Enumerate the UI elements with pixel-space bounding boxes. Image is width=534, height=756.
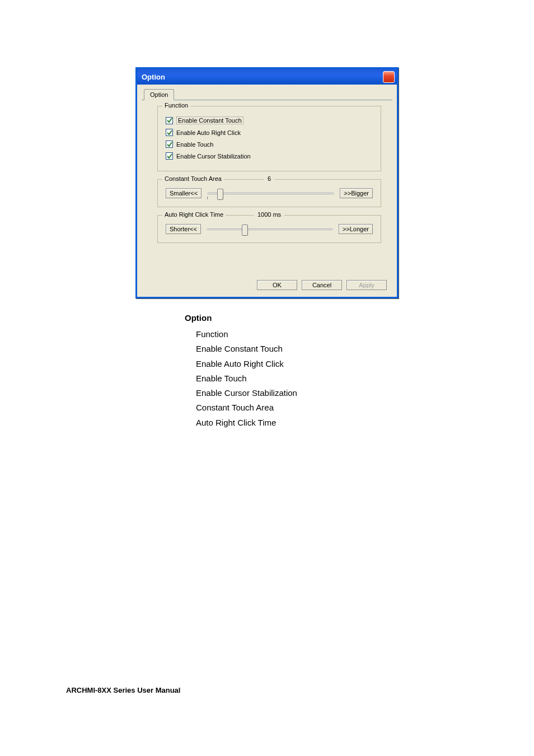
footer-text: ARCHMI-8XX Series User Manual [66, 686, 180, 694]
checkbox-label[interactable]: Enable Constant Touch [176, 116, 243, 124]
checkbox-enable-touch[interactable] [166, 141, 173, 148]
shorter-button[interactable]: Shorter<< [166, 224, 201, 234]
apply-button: Apply [346, 280, 387, 290]
constant-touch-slider[interactable] [207, 188, 334, 199]
function-group: Function Enable Constant Touch Enable Au… [157, 106, 381, 171]
checkbox-row: Enable Touch [166, 141, 373, 148]
close-button[interactable] [383, 71, 395, 83]
doc-heading: Option [185, 313, 500, 323]
auto-right-click-title: Auto Right Click Time [162, 211, 226, 218]
checkbox-label[interactable]: Enable Auto Right Click [176, 129, 241, 136]
dialog-body: Option Function Enable Constant Touch En… [137, 85, 397, 297]
checkbox-row: Enable Cursor Stabilization [166, 152, 373, 160]
slider-tick [207, 197, 208, 199]
doc-line: Enable Constant Touch [196, 342, 500, 356]
bigger-button[interactable]: >>Bigger [340, 188, 373, 198]
doc-line: Auto Right Click Time [196, 416, 500, 430]
longer-button[interactable]: >>Longer [339, 224, 373, 234]
checkbox-cursor-stabilization[interactable] [166, 152, 173, 160]
checkbox-label[interactable]: Enable Cursor Stabilization [176, 153, 251, 160]
auto-right-click-group: Auto Right Click Time 1000 ms Shorter<< … [157, 215, 381, 243]
smaller-button[interactable]: Smaller<< [166, 188, 202, 198]
checkbox-auto-right-click[interactable] [166, 129, 173, 136]
function-group-title: Function [162, 102, 190, 109]
constant-touch-value: 6 [264, 175, 274, 182]
doc-line: Constant Touch Area [196, 400, 500, 415]
doc-line: Enable Auto Right Click [196, 357, 500, 371]
document-text: Option Function Enable Constant Touch En… [34, 313, 500, 430]
auto-right-click-slider[interactable] [207, 223, 333, 235]
checkbox-row: Enable Auto Right Click [166, 129, 373, 136]
ok-button[interactable]: OK [257, 280, 297, 290]
option-dialog: Option Option Function Enable Constant T… [135, 67, 399, 298]
slider-track-line [207, 228, 333, 230]
checkbox-constant-touch[interactable] [166, 117, 173, 124]
slider-track-line [207, 193, 334, 194]
constant-touch-group: Constant Touch Area 6 Smaller<< >>Bigger [157, 179, 381, 207]
auto-right-click-value: 1000 ms [254, 211, 284, 218]
slider-row: Smaller<< >>Bigger [166, 188, 373, 199]
tab-option[interactable]: Option [144, 89, 174, 100]
doc-line: Function [196, 327, 500, 342]
slider-thumb[interactable] [217, 189, 223, 200]
dialog-title: Option [142, 73, 165, 81]
doc-line: Enable Touch [196, 371, 500, 386]
checkbox-label[interactable]: Enable Touch [176, 141, 213, 148]
slider-thumb[interactable] [242, 225, 248, 236]
titlebar[interactable]: Option [137, 69, 397, 85]
constant-touch-title: Constant Touch Area [162, 175, 224, 182]
checkbox-row: Enable Constant Touch [166, 116, 373, 124]
button-row: OK Cancel Apply [142, 277, 392, 290]
tab-row: Option [142, 89, 392, 100]
doc-line: Enable Cursor Stabilization [196, 386, 500, 400]
slider-row: Shorter<< >>Longer [166, 223, 373, 235]
cancel-button[interactable]: Cancel [302, 280, 342, 290]
